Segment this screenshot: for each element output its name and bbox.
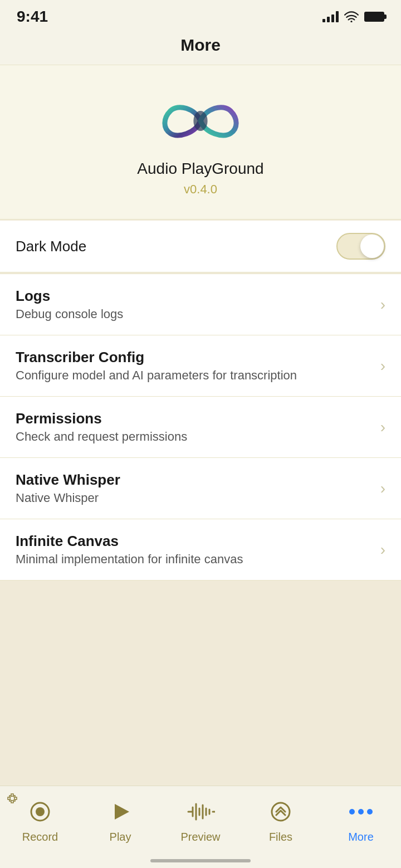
chevron-icon: › xyxy=(380,418,385,436)
svg-point-1 xyxy=(193,111,207,131)
chevron-icon: › xyxy=(380,541,385,559)
menu-item-permissions[interactable]: Permissions Check and request permission… xyxy=(0,397,401,458)
play-icon xyxy=(106,797,135,826)
home-indicator xyxy=(150,859,251,862)
toggle-knob xyxy=(360,235,384,258)
svg-point-0 xyxy=(350,21,352,22)
svg-marker-4 xyxy=(115,804,129,820)
tab-bar: Record Play Preview xyxy=(0,786,401,868)
status-bar: 9:41 xyxy=(0,0,401,30)
svg-point-15 xyxy=(349,809,355,815)
signal-icon xyxy=(322,11,339,22)
infinite-canvas-subtitle: Minimal implementation for infinite canv… xyxy=(16,552,380,567)
battery-icon xyxy=(364,12,384,22)
infinite-canvas-title: Infinite Canvas xyxy=(16,533,380,550)
dark-mode-text: Dark Mode xyxy=(16,238,336,255)
transcriber-subtitle: Configure model and AI parameters for tr… xyxy=(16,368,380,383)
main-content: Audio PlayGround v0.4.0 Dark Mode Logs D… xyxy=(0,65,401,820)
logs-title: Logs xyxy=(16,287,380,305)
status-icons xyxy=(322,11,384,22)
chevron-icon: › xyxy=(380,296,385,314)
menu-item-transcriber-config[interactable]: Transcriber Config Configure model and A… xyxy=(0,335,401,397)
transcriber-title: Transcriber Config xyxy=(16,349,380,366)
svg-point-17 xyxy=(367,809,373,815)
app-info-card: Audio PlayGround v0.4.0 xyxy=(0,65,401,220)
native-whisper-subtitle: Native Whisper xyxy=(16,491,380,505)
svg-point-3 xyxy=(36,807,45,816)
files-icon xyxy=(266,797,295,826)
menu-section: Logs Debug console logs › Transcriber Co… xyxy=(0,274,401,581)
record-icon xyxy=(26,797,55,826)
app-name: Audio PlayGround xyxy=(137,160,263,178)
page-title: More xyxy=(0,30,401,65)
menu-item-infinite-canvas[interactable]: Infinite Canvas Minimal implementation f… xyxy=(0,519,401,581)
tab-play[interactable]: Play xyxy=(80,793,160,843)
chevron-icon: › xyxy=(380,357,385,375)
native-whisper-title: Native Whisper xyxy=(16,471,380,489)
tab-more-label: More xyxy=(348,831,374,843)
dark-mode-row[interactable]: Dark Mode xyxy=(0,221,401,272)
tab-record-label: Record xyxy=(22,831,58,843)
dark-mode-label: Dark Mode xyxy=(16,238,336,255)
status-time: 9:41 xyxy=(17,8,48,26)
more-dots-icon xyxy=(346,797,375,826)
logs-subtitle: Debug console logs xyxy=(16,307,380,321)
tab-files-label: Files xyxy=(269,831,292,843)
tab-preview[interactable]: Preview xyxy=(160,793,241,843)
chevron-icon: › xyxy=(380,480,385,498)
permissions-subtitle: Check and request permissions xyxy=(16,430,380,444)
svg-point-14 xyxy=(10,796,14,801)
wifi-icon xyxy=(344,11,359,22)
permissions-title: Permissions xyxy=(16,410,380,427)
menu-item-logs[interactable]: Logs Debug console logs › xyxy=(0,274,401,335)
app-logo xyxy=(150,93,251,149)
menu-item-native-whisper[interactable]: Native Whisper Native Whisper › xyxy=(0,458,401,519)
tab-preview-label: Preview xyxy=(180,831,220,843)
svg-point-16 xyxy=(358,809,364,815)
dark-mode-toggle[interactable] xyxy=(336,233,385,260)
app-version: v0.4.0 xyxy=(184,182,217,197)
tab-play-label: Play xyxy=(110,831,131,843)
tab-files[interactable]: Files xyxy=(241,793,321,843)
tab-more[interactable]: More xyxy=(321,793,401,843)
preview-icon xyxy=(186,797,215,826)
